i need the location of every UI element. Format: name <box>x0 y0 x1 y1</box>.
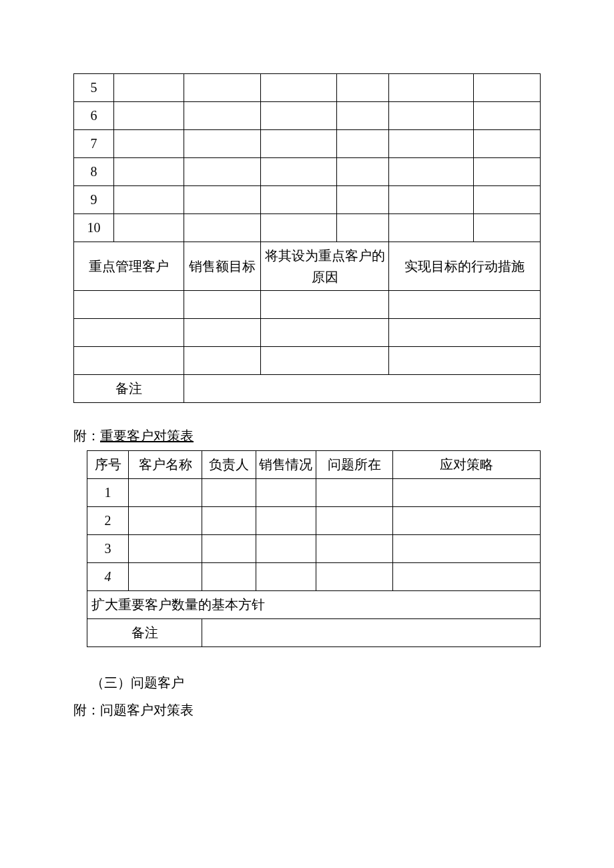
row-number: 6 <box>74 102 114 130</box>
cell <box>202 507 256 535</box>
cell <box>316 507 392 535</box>
row-number: 4 <box>87 563 129 591</box>
cell <box>337 158 389 186</box>
header-seq: 序号 <box>87 451 129 479</box>
cell <box>184 130 261 158</box>
cell <box>256 563 316 591</box>
attachment-caption-2: 附：问题客户对策表 <box>73 701 541 719</box>
cell <box>114 214 184 242</box>
header-strategy: 应对策略 <box>393 451 541 479</box>
expand-policy-label: 扩大重要客户数量的基本方针 <box>87 591 541 619</box>
cell <box>474 158 541 186</box>
cell <box>337 130 389 158</box>
cell <box>474 102 541 130</box>
cell <box>261 347 389 375</box>
cell <box>202 535 256 563</box>
cell <box>256 535 316 563</box>
cell <box>389 186 474 214</box>
cell <box>261 130 337 158</box>
cell <box>74 319 184 347</box>
header-actions: 实现目标的行动措施 <box>389 242 541 291</box>
table-row: 4 <box>87 563 541 591</box>
header-issue: 问题所在 <box>316 451 392 479</box>
document-page: 5 6 7 <box>0 0 614 759</box>
table-header-row: 序号 客户名称 负责人 销售情况 问题所在 应对策略 <box>87 451 541 479</box>
cell <box>256 507 316 535</box>
cell <box>389 130 474 158</box>
cell <box>129 507 202 535</box>
cell <box>184 102 261 130</box>
cell <box>337 186 389 214</box>
cell <box>261 291 389 319</box>
cell <box>337 214 389 242</box>
cell <box>114 130 184 158</box>
cell <box>393 479 541 507</box>
header-sales: 销售情况 <box>256 451 316 479</box>
cell <box>261 158 337 186</box>
row-number: 2 <box>87 507 129 535</box>
remark-label: 备注 <box>87 619 202 647</box>
table-row: 8 <box>74 158 541 186</box>
key-clients-table: 5 6 7 <box>73 73 541 403</box>
cell <box>184 74 261 102</box>
row-number: 7 <box>74 130 114 158</box>
important-clients-table-wrap: 序号 客户名称 负责人 销售情况 问题所在 应对策略 1 2 <box>73 450 541 647</box>
row-number: 8 <box>74 158 114 186</box>
cell <box>261 214 337 242</box>
cell <box>474 130 541 158</box>
table-row: 1 <box>87 479 541 507</box>
remark-label: 备注 <box>74 375 184 403</box>
cell <box>184 186 261 214</box>
cell <box>114 102 184 130</box>
section-3-heading: （三）问题客户 <box>91 674 541 692</box>
cell <box>184 158 261 186</box>
table-row: 10 <box>74 214 541 242</box>
row-number: 5 <box>74 74 114 102</box>
cell <box>337 74 389 102</box>
cell <box>74 347 184 375</box>
cell <box>389 158 474 186</box>
remark-value <box>202 619 541 647</box>
cell <box>184 214 261 242</box>
cell <box>389 74 474 102</box>
header-reason: 将其设为重点客户的原因 <box>261 242 389 291</box>
table-row <box>74 319 541 347</box>
cell <box>261 186 337 214</box>
cell <box>114 74 184 102</box>
cell <box>114 186 184 214</box>
important-clients-table: 序号 客户名称 负责人 销售情况 问题所在 应对策略 1 2 <box>87 450 541 647</box>
table-row: 2 <box>87 507 541 535</box>
header-client-name: 客户名称 <box>129 451 202 479</box>
table-row: 3 <box>87 535 541 563</box>
sub-header-row: 重点管理客户 销售额目标 将其设为重点客户的原因 实现目标的行动措施 <box>74 242 541 291</box>
attachment-caption-1: 附：重要客户对策表 <box>73 427 541 445</box>
table-row: 5 <box>74 74 541 102</box>
row-number: 9 <box>74 186 114 214</box>
caption-prefix: 附： <box>73 428 100 443</box>
cell <box>256 479 316 507</box>
row-number: 3 <box>87 535 129 563</box>
cell <box>393 563 541 591</box>
table-row: 7 <box>74 130 541 158</box>
table-row: 9 <box>74 186 541 214</box>
cell <box>389 291 541 319</box>
header-sales-target: 销售额目标 <box>184 242 261 291</box>
cell <box>389 319 541 347</box>
header-key-client: 重点管理客户 <box>74 242 184 291</box>
cell <box>393 535 541 563</box>
table-row <box>74 291 541 319</box>
header-owner: 负责人 <box>202 451 256 479</box>
cell <box>114 158 184 186</box>
cell <box>129 535 202 563</box>
cell <box>474 186 541 214</box>
row-number: 1 <box>87 479 129 507</box>
cell <box>261 319 389 347</box>
table-row: 6 <box>74 102 541 130</box>
cell <box>316 535 392 563</box>
cell <box>74 291 184 319</box>
cell <box>184 319 261 347</box>
row-number: 10 <box>74 214 114 242</box>
cell <box>261 74 337 102</box>
remark-row: 备注 <box>74 375 541 403</box>
table-row <box>74 347 541 375</box>
